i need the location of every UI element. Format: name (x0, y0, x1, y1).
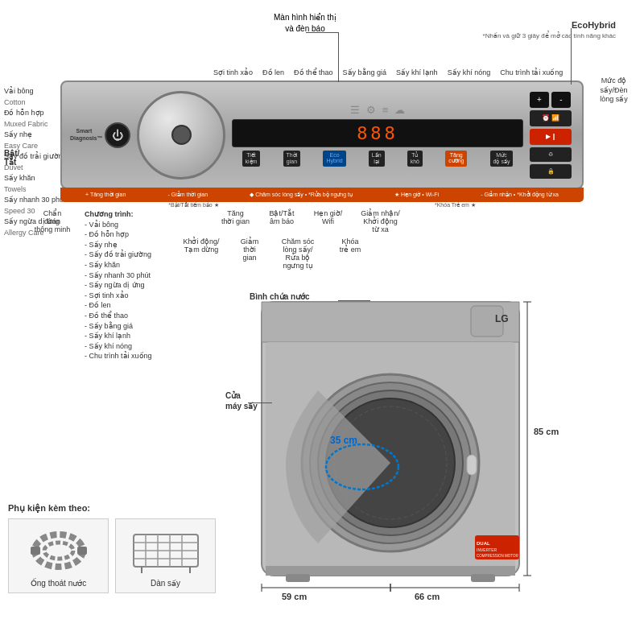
label-say-khan: Sấy khănTowels (4, 173, 67, 195)
main-panel: SmartDiagnosis™ ⏻ ☰ ⚙ ≡ ☁ 888 Ti (60, 80, 584, 189)
label-giam-nhan: Giảm nhận/Khởi độngtừ xa (354, 209, 407, 233)
svg-point-29 (44, 543, 73, 559)
bottom-panel-bar: + Tăng thời gian - Giảm thời gian ◆ Chăm… (60, 188, 584, 202)
btn-cham-soc[interactable]: ♻ (530, 147, 572, 162)
label-say-khi-lanh: Sấy khí lạnh (396, 68, 438, 76)
main-container: Màn hình hiển thị và đèn báo EcoHybrid *… (0, 0, 644, 644)
label-bat-tat-am: Bật/Tắtâm báo (262, 209, 302, 225)
svg-text:COMPRESSION MOTOR: COMPRESSION MOTOR (477, 554, 518, 558)
bar-tang-tg: + Tăng thời gian (85, 192, 126, 198)
note-khoa: *Khóa Trẻ em ★ (435, 202, 476, 208)
annotation-line-binh (338, 300, 370, 301)
dan-say-label: Dàn sấy (121, 579, 210, 588)
svg-text:LG: LG (495, 313, 509, 324)
icon-list: ≡ (382, 104, 389, 116)
btn-tang-cuong[interactable]: Tăngcường (445, 151, 467, 167)
annotation-line-man-hinh-h (306, 32, 339, 33)
panel-buttons-row1: Tiếtkiệm Thờigian EcoHybrid Lầnlại Tủkhô… (232, 151, 523, 167)
btn-khoi-dong[interactable]: ▶ ‖ (530, 129, 572, 145)
dan-say-icon (126, 524, 206, 576)
btn-khoa-tre[interactable]: 🔒 (530, 164, 572, 179)
btn-ecohybrid[interactable]: EcoHybrid (323, 151, 345, 167)
label-cham-soc: Chăm sóclòng sấy/Rửa bộngưng tụ (274, 237, 322, 270)
accessories-items: Ống thoát nước (8, 518, 229, 593)
mid-labels: Khởi động/Tạm dừng Giảmthờigian Chăm sóc… (177, 237, 370, 270)
bar-hen-gio: ★ Hẹn giờ • Wi-Fi (394, 192, 439, 198)
smart-diagnosis: SmartDiagnosis™ (70, 128, 98, 142)
annotation-line-cua (248, 402, 272, 403)
icon-settings: ⚙ (366, 104, 376, 116)
ecohybrid-label: EcoHybrid (572, 20, 616, 30)
dryer-illustration: LG DUAL INVERTER COMPRESSION MOTOR 35 cm… (237, 286, 592, 600)
icon-menu: ☰ (350, 104, 360, 116)
label-say-nhe: Sấy nhẹEasy Care (4, 130, 67, 151)
svg-rect-13 (471, 574, 495, 582)
ecohybrid-note: *Nhấn và giữ 3 giây để mở các tính năng … (483, 32, 616, 39)
btn-tang-tg-small[interactable]: + (530, 92, 549, 108)
btn-lan-lai[interactable]: Lầnlại (369, 151, 385, 167)
label-hen-gio: Hẹn giờ/Wifi (306, 209, 350, 225)
dim-66cm-label: 66 cm (415, 592, 440, 601)
label-khoa-tre: Khóatrẻ em (330, 237, 370, 270)
top-right-labels: Sợi tinh xảo Đồ len Đồ thể thao Sấy bằng… (213, 68, 563, 76)
label-chan-doan: Chẩnđoánthông minh (24, 209, 80, 233)
muc-do-say-label: Mức độ sấy/Đèn lòng sấy (584, 76, 644, 105)
annotation-line-eco (571, 28, 572, 85)
label-giam-tg: Giảmthờigian (233, 237, 266, 270)
svg-point-28 (35, 535, 83, 567)
ong-thoat-nuoc-label: Ống thoát nước (14, 579, 103, 588)
btn-tu-kho[interactable]: Tủkhô (407, 151, 423, 167)
svg-rect-12 (286, 574, 310, 582)
note-bat-tat: *Bật/Tắt tiếm bảo ★ (168, 202, 218, 208)
annotation-line-man-hinh (338, 32, 339, 82)
btn-giam-tg-small[interactable]: - (551, 92, 571, 108)
accessories-title: Phụ kiện kèm theo: (8, 503, 229, 514)
cua-may-say-label: Cửamáy sấy (225, 390, 258, 411)
power-button[interactable]: ⏻ (105, 122, 130, 148)
accessories-section: Phụ kiện kèm theo: Ống thoát nước (8, 503, 229, 593)
digital-display: 888 (232, 119, 523, 147)
label-do-hon-hop: Đồ hỗn hợpMuxed Fabric (4, 108, 67, 130)
label-chu-trinh: Chu trình tải xuống (500, 68, 563, 76)
btn-wifi-hen-gio[interactable]: ⏰ 📶 (530, 110, 572, 126)
svg-rect-30 (31, 547, 40, 555)
label-say-bang-gia: Sấy bằng giá (343, 68, 387, 76)
program-dial[interactable] (137, 91, 225, 180)
bar-cham-soc: ◆ Chăm sóc lòng sấy • *Rửa bộ ngưng tụ (250, 192, 353, 198)
note-bar: *Bật/Tắt tiếm bảo ★ *Khóa Trẻ em ★ (60, 202, 584, 208)
bar-giam-nhan: - Giảm nhận • *Khởi động từ xa (481, 192, 559, 198)
btn-muc-do[interactable]: Mứcđộ sấy (490, 151, 514, 167)
dryer-svg: LG DUAL INVERTER COMPRESSION MOTOR (237, 286, 592, 600)
label-vai-bong: Vải bôngCotton (4, 86, 67, 108)
dim-59cm-label: 59 cm (282, 592, 307, 601)
label-tang-tg: Tăngthời gian (213, 209, 258, 225)
man-hinh-label: Màn hình hiển thị và đèn báo (274, 12, 336, 35)
label-do-len: Đồ len (262, 68, 284, 76)
label-khoi-dong: Khởi động/Tạm dừng (177, 237, 225, 270)
svg-text:INVERTER: INVERTER (477, 547, 497, 552)
dim-35cm-label: 35 cm (330, 435, 357, 446)
display-section: ☰ ⚙ ≡ ☁ 888 Tiếtkiệm Thờigian EcoHybrid … (232, 104, 523, 167)
bar-giam-tg: - Giảm thời gian (168, 192, 208, 198)
btn-tiet-kiem[interactable]: Tiếtkiệm (242, 151, 261, 167)
label-say-do-trai: Sấy đồ trải giườngDuvet (4, 151, 67, 173)
right-panel-buttons: + - ⏰ 📶 ▶ ‖ ♻ 🔒 (530, 92, 574, 179)
display-icons-row: ☰ ⚙ ≡ ☁ (232, 104, 523, 116)
svg-text:DUAL: DUAL (477, 541, 490, 546)
dim-85cm-label: 85 cm (534, 427, 559, 436)
label-soi-tinh-xao: Sợi tinh xảo (213, 68, 253, 76)
svg-rect-31 (77, 547, 87, 555)
accessory-ong-thoat-nuoc: Ống thoát nước (8, 518, 109, 593)
binh-chua-nuoc-label: Bình chứa nước (250, 292, 310, 301)
icon-cloud: ☁ (394, 104, 405, 116)
btn-thoi-gian[interactable]: Thờigian (283, 151, 301, 167)
label-do-the-thao: Đồ thể thao (294, 68, 333, 76)
accessory-dan-say: Dàn sấy (115, 518, 216, 593)
label-chuong-trinh: Chương trình: - Vải bông - Đồ hỗn hợp - … (85, 209, 201, 361)
label-say-khi-nong: Sấy khí nóng (448, 68, 491, 76)
svg-rect-8 (467, 455, 477, 475)
ong-thoat-nuoc-icon (19, 524, 99, 576)
